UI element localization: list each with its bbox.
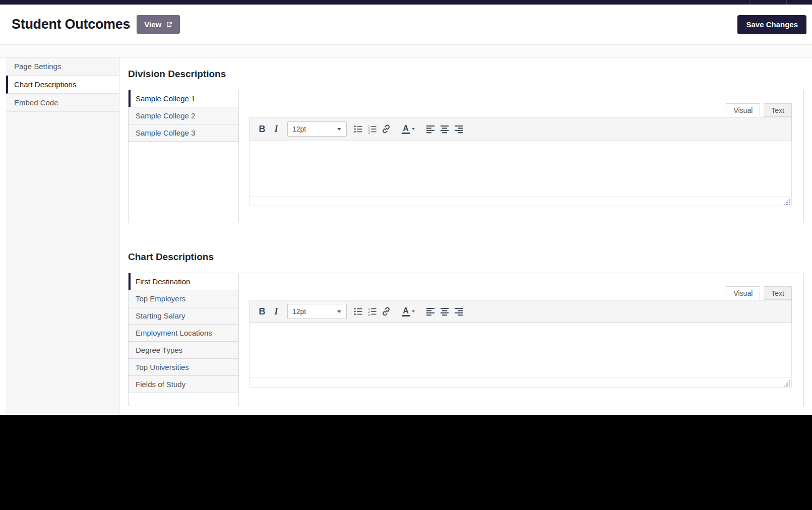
- chart-descriptions-section: First Destination Top Employers Starting…: [128, 273, 804, 406]
- text-color-caret-icon: [412, 128, 415, 130]
- content-column: Division Descriptions Sample College 1 S…: [119, 57, 812, 414]
- external-link-icon: [166, 21, 172, 28]
- chart-tab-degree-types[interactable]: Degree Types: [129, 342, 238, 359]
- bold-button[interactable]: B: [255, 304, 269, 318]
- numbered-list-icon: 1 2 3: [367, 124, 377, 134]
- division-editor-content[interactable]: [249, 141, 792, 196]
- visual-tab[interactable]: Visual: [726, 286, 760, 300]
- link-button[interactable]: [379, 304, 393, 318]
- numbered-list-button[interactable]: 1 2 3: [365, 304, 379, 318]
- chrome-separator: [712, 0, 712, 5]
- text-tab[interactable]: Text: [764, 286, 792, 300]
- editor-statusbar: [249, 377, 792, 388]
- view-button[interactable]: View: [137, 15, 180, 34]
- view-button-label: View: [144, 20, 161, 29]
- visual-tab[interactable]: Visual: [726, 103, 760, 117]
- align-center-button[interactable]: [438, 304, 452, 318]
- division-tab-list: Sample College 1 Sample College 2 Sample…: [129, 90, 239, 223]
- dropdown-caret-icon: [337, 310, 341, 313]
- text-color-button[interactable]: A: [397, 304, 419, 318]
- resize-grip-handle[interactable]: [783, 379, 790, 386]
- division-editor-area: Visual Text B I 12pt: [239, 90, 803, 223]
- division-descriptions-heading: Division Descriptions: [128, 69, 804, 80]
- svg-text:3: 3: [368, 313, 369, 316]
- bullet-list-button[interactable]: [351, 122, 365, 136]
- header-substrip: [0, 45, 812, 57]
- numbered-list-button[interactable]: 1 2 3: [365, 122, 379, 136]
- italic-button[interactable]: I: [269, 122, 283, 136]
- font-size-select[interactable]: 12pt: [287, 121, 347, 137]
- dropdown-caret-icon: [337, 128, 341, 131]
- numbered-list-icon: 1 2 3: [367, 307, 377, 316]
- bold-button[interactable]: B: [255, 122, 269, 136]
- align-center-icon: [440, 307, 449, 316]
- chart-editor-area: Visual Text B I 12pt: [239, 273, 803, 406]
- link-icon: [381, 124, 391, 134]
- align-right-icon: [454, 307, 463, 316]
- chrome-separator: [597, 0, 597, 5]
- link-button[interactable]: [379, 122, 393, 136]
- browser-chrome-strip: [0, 0, 812, 5]
- align-center-icon: [440, 125, 449, 134]
- bullet-list-icon: [353, 307, 363, 316]
- text-tab[interactable]: Text: [764, 103, 792, 117]
- editor-toolbar: B I 12pt: [249, 300, 792, 323]
- text-color-icon: A: [402, 124, 410, 134]
- chart-descriptions-heading: Chart Descriptions: [128, 251, 804, 263]
- chart-tab-list: First Destination Top Employers Starting…: [129, 273, 239, 406]
- bullet-list-button[interactable]: [351, 304, 365, 318]
- font-size-value: 12pt: [292, 307, 306, 315]
- link-icon: [381, 306, 391, 316]
- editor-mode-tabs: Visual Text: [249, 103, 792, 117]
- sidebar-item-embed-code[interactable]: Embed Code: [6, 94, 119, 112]
- division-tab-sample-college-1[interactable]: Sample College 1: [129, 90, 238, 107]
- align-left-icon: [426, 125, 435, 134]
- align-left-button[interactable]: [423, 122, 438, 136]
- chart-tab-top-employers[interactable]: Top Employers: [129, 290, 238, 307]
- align-right-button[interactable]: [452, 304, 466, 318]
- main-area: Page Settings Chart Descriptions Embed C…: [0, 57, 812, 414]
- bullet-list-icon: [353, 124, 363, 134]
- division-tab-sample-college-3[interactable]: Sample College 3: [129, 124, 238, 142]
- save-changes-button[interactable]: Save Changes: [737, 15, 806, 34]
- page-header: Student Outcomes View Save Changes: [0, 5, 812, 45]
- division-descriptions-section: Sample College 1 Sample College 2 Sample…: [128, 90, 804, 223]
- editor-statusbar: [249, 196, 792, 206]
- editor-mode-tabs: Visual Text: [249, 286, 792, 300]
- text-color-button[interactable]: A: [397, 122, 419, 136]
- align-right-button[interactable]: [452, 122, 466, 136]
- chrome-separator: [749, 0, 749, 5]
- font-size-value: 12pt: [292, 125, 306, 133]
- chrome-separator: [786, 0, 787, 5]
- align-left-icon: [426, 307, 435, 316]
- division-tab-sample-college-2[interactable]: Sample College 2: [129, 107, 238, 124]
- svg-text:3: 3: [368, 131, 369, 134]
- chart-tab-fields-of-study[interactable]: Fields of Study: [129, 376, 238, 393]
- chart-tab-employment-locations[interactable]: Employment Locations: [129, 325, 238, 342]
- resize-grip-handle[interactable]: [783, 198, 790, 205]
- chart-tab-first-destination[interactable]: First Destination: [129, 273, 238, 290]
- align-center-button[interactable]: [438, 122, 452, 136]
- chart-editor-content[interactable]: [249, 323, 792, 377]
- sidebar-item-chart-descriptions[interactable]: Chart Descriptions: [6, 76, 119, 94]
- text-color-icon: A: [402, 306, 410, 316]
- chart-tab-top-universities[interactable]: Top Universities: [129, 359, 238, 376]
- page-title: Student Outcomes: [12, 17, 130, 32]
- align-right-icon: [454, 125, 463, 134]
- sidebar-item-page-settings[interactable]: Page Settings: [6, 57, 119, 76]
- align-left-button[interactable]: [423, 304, 438, 318]
- text-color-caret-icon: [412, 310, 415, 312]
- settings-sidebar: Page Settings Chart Descriptions Embed C…: [6, 57, 119, 414]
- font-size-select[interactable]: 12pt: [287, 304, 347, 319]
- settings-page: Student Outcomes View Save Changes Page …: [0, 5, 812, 415]
- editor-toolbar: B I 12pt: [249, 117, 792, 141]
- chart-tab-starting-salary[interactable]: Starting Salary: [129, 307, 238, 325]
- italic-button[interactable]: I: [269, 304, 283, 318]
